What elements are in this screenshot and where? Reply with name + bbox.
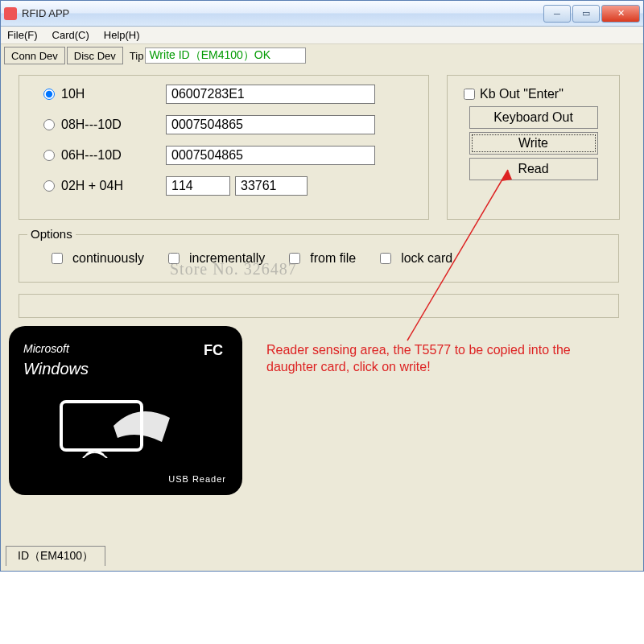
write-button[interactable]: Write — [469, 132, 598, 155]
app-window: RFID APP ─ ▭ ✕ File(F) Card(C) Help(H) C… — [0, 0, 644, 572]
window-title: RFID APP — [22, 7, 542, 19]
opt-lockcard-checkbox[interactable] — [380, 253, 391, 264]
reader-brand-big: Windows — [23, 360, 228, 378]
close-button[interactable]: ✕ — [601, 5, 640, 23]
read-button[interactable]: Read — [469, 158, 598, 180]
kb-enter-row: Kb Out "Enter" — [464, 87, 619, 101]
format-label-10h: 10H — [61, 87, 166, 101]
menu-card[interactable]: Card(C) — [49, 29, 93, 41]
maximize-button[interactable]: ▭ — [572, 5, 600, 23]
reader-photo: Microsoft Windows FC USB Reader — [9, 326, 242, 495]
format-radio-06h[interactable] — [43, 150, 55, 161]
keyboard-out-button[interactable]: Keyboard Out — [469, 106, 598, 129]
format-value-08h[interactable] — [166, 115, 375, 134]
menu-file[interactable]: File(F) — [4, 29, 41, 41]
opt-continuously-checkbox[interactable] — [52, 253, 63, 264]
title-bar[interactable]: RFID APP ─ ▭ ✕ — [1, 1, 643, 27]
rfid-card-icon — [57, 386, 178, 458]
opt-continuously-label: continuously — [72, 251, 144, 266]
kb-enter-label: Kb Out "Enter" — [480, 87, 564, 101]
fc-logo-icon: FC — [204, 342, 223, 359]
reader-label: USB Reader — [168, 474, 226, 484]
annotation-text: Reader sensing area, the T5577 to be cop… — [266, 342, 621, 376]
opt-lockcard-label: lock card — [401, 251, 452, 266]
tool-bar: Conn Dev Disc Dev Tip Write ID（EM4100）OK — [1, 44, 643, 67]
format-radio-08h[interactable] — [43, 119, 55, 130]
bottom-tab[interactable]: ID（EM4100） — [6, 546, 105, 566]
format-value-06h[interactable] — [166, 146, 375, 165]
format-row-08h: 08H---10D — [43, 113, 428, 137]
tip-field: Write ID（EM4100）OK — [145, 47, 306, 64]
format-row-10h: 10H — [43, 82, 428, 106]
format-label-08h: 08H---10D — [61, 118, 166, 132]
format-radio-02h04h[interactable] — [43, 180, 55, 192]
format-radio-10h[interactable] — [43, 89, 55, 100]
options-row: continuously incrementally from file loc… — [19, 235, 618, 282]
menu-help[interactable]: Help(H) — [101, 29, 143, 41]
minimize-button[interactable]: ─ — [543, 5, 571, 23]
client-area: 10H 08H---10D 06H---10D 02H + 04H — [1, 67, 643, 571]
connect-device-button[interactable]: Conn Dev — [4, 47, 65, 64]
menu-bar: File(F) Card(C) Help(H) — [1, 27, 643, 44]
format-value-04h[interactable] — [235, 176, 308, 196]
app-icon — [4, 7, 17, 20]
options-legend: Options — [27, 227, 76, 241]
format-row-02h04h: 02H + 04H — [43, 174, 428, 198]
format-label-02h04h: 02H + 04H — [61, 179, 166, 193]
format-value-10h[interactable] — [166, 85, 375, 104]
tip-label: Tip — [130, 50, 144, 62]
format-value-02h[interactable] — [166, 176, 230, 196]
options-group: Options continuously incrementally from … — [19, 234, 619, 283]
disconnect-device-button[interactable]: Disc Dev — [67, 47, 123, 64]
watermark: Store No. 326487 — [170, 260, 297, 279]
format-row-06h: 06H---10D — [43, 143, 428, 167]
id-formats-group: 10H 08H---10D 06H---10D 02H + 04H — [19, 75, 429, 220]
opt-fromfile-label: from file — [310, 251, 356, 266]
bottom-tab-bar: ID（EM4100） — [6, 546, 105, 566]
actions-group: Kb Out "Enter" Keyboard Out Write Read — [447, 75, 620, 220]
window-controls: ─ ▭ ✕ — [542, 5, 640, 23]
progress-group — [19, 294, 619, 318]
format-label-06h: 06H---10D — [61, 148, 166, 163]
reader-brand-small: Microsoft — [23, 342, 228, 355]
kb-enter-checkbox[interactable] — [464, 89, 475, 100]
